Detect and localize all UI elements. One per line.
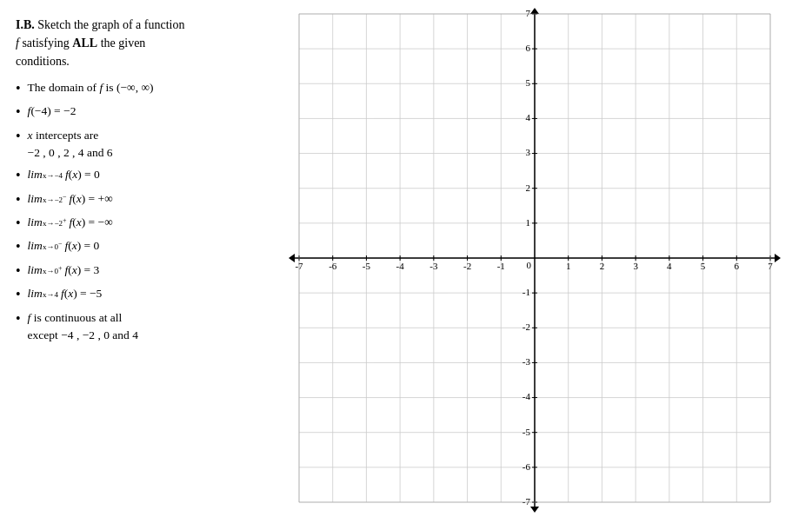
- lim2-text: limx→−2− f(x) = +∞: [28, 190, 113, 208]
- problem-title: I.B. Sketch the graph of a function f sa…: [16, 16, 257, 70]
- condition-lim2: • limx→−2− f(x) = +∞: [16, 190, 257, 209]
- condition-lim3: • limx→−2+ f(x) = −∞: [16, 214, 257, 233]
- problem-instruction2: satisfying ALL the given: [19, 36, 145, 50]
- lim5-text: limx→0+ f(x) = 3: [28, 262, 100, 279]
- domain-text: The domain of f is (−∞, ∞): [28, 79, 154, 96]
- point-text: f(−4) = −2: [28, 103, 77, 120]
- intercepts-text: x intercepts are −2 , 0 , 2 , 4 and 6: [28, 127, 113, 162]
- left-panel: I.B. Sketch the graph of a function f sa…: [0, 0, 270, 364]
- condition-domain: • The domain of f is (−∞, ∞): [16, 79, 257, 98]
- conditions-list: • The domain of f is (−∞, ∞) • f(−4) = −…: [16, 79, 257, 344]
- right-panel: [270, 0, 812, 530]
- problem-label: I.B.: [16, 18, 35, 31]
- bullet-8: •: [16, 262, 21, 281]
- bullet-9: •: [16, 285, 21, 304]
- bullet-5: •: [16, 190, 21, 209]
- bullet-4: •: [16, 166, 21, 185]
- condition-lim5: • limx→0+ f(x) = 3: [16, 262, 257, 281]
- coordinate-graph: [273, 7, 786, 527]
- lim1-text: limx→−4 f(x) = 0: [28, 166, 100, 183]
- lim3-text: limx→−2+ f(x) = −∞: [28, 214, 113, 231]
- condition-lim6: • limx→4 f(x) = −5: [16, 285, 257, 304]
- bullet-6: •: [16, 214, 21, 233]
- bullet-10: •: [16, 309, 21, 328]
- condition-intercepts: • x intercepts are −2 , 0 , 2 , 4 and 6: [16, 127, 257, 162]
- condition-lim1: • limx→−4 f(x) = 0: [16, 166, 257, 185]
- condition-continuous: • f is continuous at all except −4 , −2 …: [16, 309, 257, 345]
- bullet-2: •: [16, 103, 21, 122]
- bullet-1: •: [16, 79, 21, 98]
- bullet-3: •: [16, 127, 21, 146]
- problem-instruction: Sketch the graph of a function: [37, 18, 184, 31]
- continuous-text: f is continuous at all except −4 , −2 , …: [28, 309, 138, 345]
- bullet-7: •: [16, 237, 21, 256]
- problem-instruction3: conditions.: [16, 55, 70, 68]
- lim4-text: limx→0− f(x) = 0: [28, 237, 100, 255]
- condition-lim4: • limx→0− f(x) = 0: [16, 237, 257, 256]
- lim6-text: limx→4 f(x) = −5: [28, 285, 103, 302]
- condition-point: • f(−4) = −2: [16, 103, 257, 122]
